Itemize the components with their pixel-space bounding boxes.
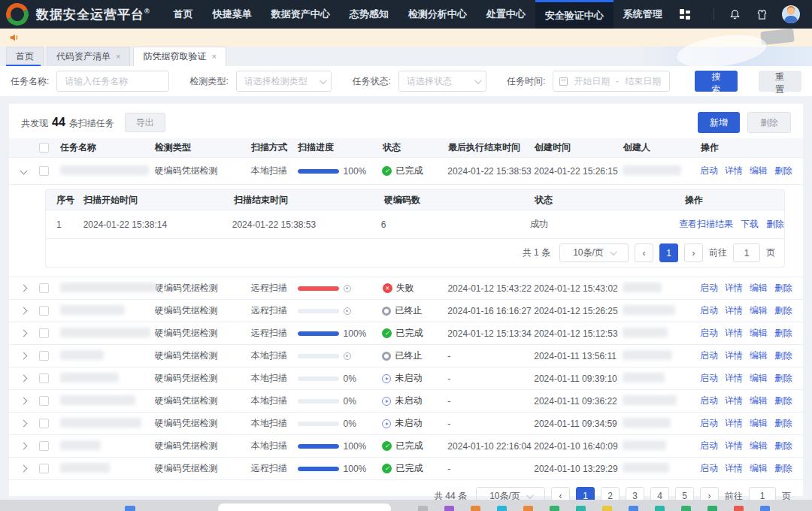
edit-link[interactable]: 编辑 xyxy=(750,395,768,407)
delete-link[interactable]: 删除 xyxy=(774,440,792,452)
expand-toggle[interactable] xyxy=(9,331,39,336)
sub-goto-page-input[interactable] xyxy=(733,243,760,262)
expand-toggle[interactable] xyxy=(9,421,39,426)
start-link[interactable]: 启动 xyxy=(700,440,718,452)
expand-toggle[interactable] xyxy=(9,443,39,449)
detail-link[interactable]: 详情 xyxy=(725,395,743,407)
row-checkbox[interactable] xyxy=(39,419,49,428)
edit-link[interactable]: 编辑 xyxy=(750,372,768,385)
taskbar-app-icon[interactable] xyxy=(602,506,612,511)
vest-badge-icon[interactable] xyxy=(755,8,768,21)
row-checkbox[interactable] xyxy=(39,464,49,473)
table-row[interactable]: 硬编码凭据检测 远程扫描 100% 已完成 - 2024-01-10 13:29… xyxy=(9,458,803,480)
task-name-input[interactable] xyxy=(56,71,169,92)
reset-button[interactable]: 重置 xyxy=(759,71,802,92)
row-checkbox[interactable] xyxy=(39,166,49,176)
edit-link[interactable]: 编辑 xyxy=(750,349,768,362)
taskbar-app-icon[interactable] xyxy=(576,506,586,511)
taskbar-app-icon[interactable] xyxy=(681,506,691,511)
table-row[interactable]: 硬编码凭据检测 本地扫描 0% 未启动 - 2024-01-11 09:34:5… xyxy=(9,413,803,435)
detail-link[interactable]: 详情 xyxy=(725,372,743,385)
start-link[interactable]: 启动 xyxy=(700,462,718,475)
row-checkbox[interactable] xyxy=(39,373,49,383)
sub-page-1-button[interactable]: 1 xyxy=(659,243,678,262)
taskbar-app-icon[interactable] xyxy=(497,506,507,511)
taskbar-app-icon[interactable] xyxy=(125,506,135,511)
row-checkbox[interactable] xyxy=(39,396,49,406)
delete-link[interactable]: 删除 xyxy=(774,165,792,177)
start-link[interactable]: 启动 xyxy=(700,372,718,385)
start-link[interactable]: 启动 xyxy=(700,165,718,177)
delete-link[interactable]: 删除 xyxy=(774,395,792,407)
start-link[interactable]: 启动 xyxy=(700,349,718,362)
expand-toggle[interactable] xyxy=(9,286,39,291)
select-all-checkbox[interactable] xyxy=(39,143,49,153)
row-checkbox[interactable] xyxy=(39,351,49,361)
start-link[interactable]: 启动 xyxy=(700,282,718,295)
expand-toggle[interactable] xyxy=(9,168,39,174)
detail-link[interactable]: 详情 xyxy=(725,165,743,177)
view-scan-result-link[interactable]: 查看扫描结果 xyxy=(679,218,733,231)
edit-link[interactable]: 编辑 xyxy=(750,440,768,452)
edit-link[interactable]: 编辑 xyxy=(750,282,768,295)
delete-link[interactable]: 删除 xyxy=(774,349,792,362)
detail-link[interactable]: 详情 xyxy=(725,462,743,475)
task-status-select[interactable]: 请选择状态 xyxy=(398,71,486,92)
tab-code-asset-list[interactable]: 代码资产清单× xyxy=(47,47,130,66)
row-checkbox[interactable] xyxy=(39,441,49,451)
apps-grid-icon[interactable] xyxy=(680,9,690,20)
taskbar-app-icon[interactable] xyxy=(550,506,559,511)
sub-prev-page-button[interactable]: ‹ xyxy=(635,243,653,262)
table-row[interactable]: 硬编码凭据检测 本地扫描 0% 未启动 - 2024-01-11 09:39:1… xyxy=(9,367,803,390)
detect-type-select[interactable]: 请选择检测类型 xyxy=(236,71,332,92)
sub-next-page-button[interactable]: › xyxy=(684,243,703,262)
start-link[interactable]: 启动 xyxy=(700,327,718,340)
row-checkbox[interactable] xyxy=(39,328,49,338)
taskbar-app-icon[interactable] xyxy=(418,506,428,511)
table-row[interactable]: 硬编码凭据检测 本地扫描 已终止 - 2024-01-11 13:56:11 启… xyxy=(9,345,803,367)
row-checkbox[interactable] xyxy=(39,283,49,293)
table-row[interactable]: 硬编码凭据检测 远程扫描 已终止 2024-01-16 16:16:27 202… xyxy=(9,300,803,322)
sub-page-size-select[interactable]: 10条/页 xyxy=(559,243,629,262)
delete-link[interactable]: 删除 xyxy=(774,304,792,317)
nav-item-quick-menu[interactable]: 快捷菜单 xyxy=(203,0,262,29)
edit-link[interactable]: 编辑 xyxy=(750,327,768,340)
expand-toggle[interactable] xyxy=(9,398,39,404)
start-link[interactable]: 启动 xyxy=(700,395,718,407)
taskbar-app-icon[interactable] xyxy=(655,506,665,511)
notification-bell-icon[interactable] xyxy=(728,8,741,21)
detail-link[interactable]: 详情 xyxy=(725,304,743,317)
speaker-icon[interactable] xyxy=(9,32,20,43)
nav-item-system-management[interactable]: 系统管理 xyxy=(614,0,672,29)
taskbar-app-icon[interactable] xyxy=(629,506,638,511)
table-row[interactable]: 硬编码凭据检测 远程扫描 100% 已完成 2024-01-12 15:13:3… xyxy=(9,322,803,345)
delete-link[interactable]: 删除 xyxy=(774,462,792,475)
tab-home[interactable]: 首页 xyxy=(6,47,44,66)
export-button[interactable]: 导出 xyxy=(125,113,165,132)
delete-button[interactable]: 删除 xyxy=(747,112,791,133)
delete-link[interactable]: 删除 xyxy=(774,417,792,430)
delete-link[interactable]: 删除 xyxy=(766,218,784,231)
expand-toggle[interactable] xyxy=(9,376,39,381)
nav-item-data-asset-center[interactable]: 数据资产中心 xyxy=(262,0,340,29)
delete-link[interactable]: 删除 xyxy=(774,327,792,340)
table-row[interactable]: 硬编码凭据检测 本地扫描 100% 已完成 2024-01-22 15:38:5… xyxy=(9,158,803,185)
expand-toggle[interactable] xyxy=(9,466,39,471)
edit-link[interactable]: 编辑 xyxy=(750,304,768,317)
search-button[interactable]: 搜索 xyxy=(695,71,738,92)
edit-link[interactable]: 编辑 xyxy=(750,165,768,177)
taskbar-app-icon[interactable] xyxy=(523,506,533,511)
nav-item-situation-awareness[interactable]: 态势感知 xyxy=(340,0,398,29)
nav-item-disposal-center[interactable]: 处置中心 xyxy=(477,0,535,29)
table-row[interactable]: 硬编码凭据检测 远程扫描 失败 2024-01-12 15:43:22 2024… xyxy=(9,277,803,300)
table-row[interactable]: 硬编码凭据检测 本地扫描 0% 未启动 - 2024-01-11 09:36:2… xyxy=(9,390,803,413)
nav-item-security-verification-center[interactable]: 安全验证中心 xyxy=(535,0,614,29)
edit-link[interactable]: 编辑 xyxy=(750,417,768,430)
taskbar-app-icon[interactable] xyxy=(707,506,717,511)
edit-link[interactable]: 编辑 xyxy=(750,462,768,475)
detail-link[interactable]: 详情 xyxy=(725,417,743,430)
start-link[interactable]: 启动 xyxy=(700,417,718,430)
download-link[interactable]: 下载 xyxy=(741,218,759,231)
row-checkbox[interactable] xyxy=(39,306,49,316)
taskbar-app-icon[interactable] xyxy=(471,506,480,511)
